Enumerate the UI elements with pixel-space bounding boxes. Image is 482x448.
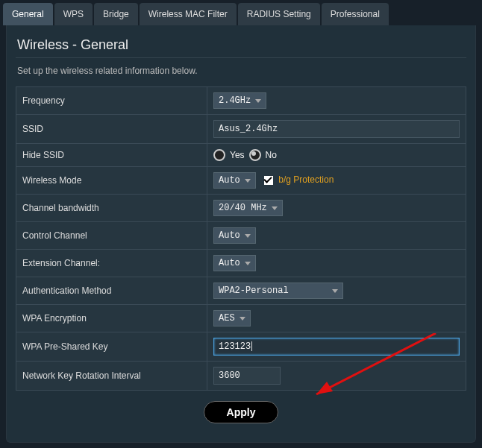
settings-panel: Wireless - General Set up the wireless r… <box>6 25 476 443</box>
tab-mac-filter[interactable]: Wireless MAC Filter <box>140 3 237 25</box>
chevron-down-icon <box>245 262 251 265</box>
input-ssid[interactable] <box>213 120 460 138</box>
tab-general[interactable]: General <box>3 3 53 25</box>
settings-table: Frequency 2.4GHz SSID Hide SSID Yes <box>16 86 466 391</box>
label-ssid: SSID <box>16 115 207 144</box>
label-channel-bw: Channel bandwidth <box>16 195 207 222</box>
select-auth-method-value: WPA2-Personal <box>219 285 289 296</box>
divider <box>16 57 466 58</box>
label-bg-protection: b/g Protection <box>278 174 334 185</box>
select-wireless-mode-value: Auto <box>219 175 240 186</box>
checkbox-bg-protection[interactable] <box>264 176 273 185</box>
radio-hide-ssid-no[interactable] <box>249 149 261 161</box>
label-key-rotation: Network Key Rotation Interval <box>16 362 207 391</box>
select-control-channel-value: Auto <box>219 230 240 241</box>
radio-label-yes: Yes <box>230 150 245 160</box>
tab-bar: General WPS Bridge Wireless MAC Filter R… <box>0 0 482 25</box>
page-title: Wireless - General <box>17 37 466 53</box>
page-description: Set up the wireless related information … <box>17 66 466 76</box>
select-wpa-encryption-value: AES <box>219 313 235 324</box>
chevron-down-icon <box>245 179 251 183</box>
chevron-down-icon <box>240 317 245 321</box>
tab-professional[interactable]: Professional <box>322 3 389 25</box>
chevron-down-icon <box>272 206 278 210</box>
chevron-down-icon <box>332 289 338 293</box>
select-frequency-value: 2.4GHz <box>219 95 251 106</box>
label-wpa-psk: WPA Pre-Shared Key <box>16 332 207 362</box>
label-wpa-encryption: WPA Encryption <box>16 305 207 332</box>
label-control-channel: Control Channel <box>16 222 207 250</box>
radio-label-no: No <box>266 150 277 160</box>
label-extension-channel: Extension Channel: <box>16 250 207 277</box>
tab-radius[interactable]: RADIUS Setting <box>238 3 320 25</box>
tab-bridge[interactable]: Bridge <box>94 3 138 25</box>
text-cursor <box>251 341 252 351</box>
radio-hide-ssid-yes[interactable] <box>213 149 225 161</box>
label-hide-ssid: Hide SSID <box>16 144 207 167</box>
label-frequency: Frequency <box>16 87 207 115</box>
input-key-rotation[interactable] <box>213 367 281 385</box>
select-channel-bw[interactable]: 20/40 MHz <box>213 200 283 216</box>
select-extension-channel[interactable]: Auto <box>213 255 256 271</box>
select-auth-method[interactable]: WPA2-Personal <box>213 283 343 299</box>
label-auth-method: Authentication Method <box>16 277 207 305</box>
apply-button[interactable]: Apply <box>204 401 279 423</box>
select-frequency[interactable]: 2.4GHz <box>213 92 266 109</box>
chevron-down-icon <box>245 234 251 238</box>
label-wireless-mode: Wireless Mode <box>16 167 207 195</box>
select-wireless-mode[interactable]: Auto <box>213 172 256 189</box>
select-wpa-encryption[interactable]: AES <box>213 310 251 326</box>
chevron-down-icon <box>255 99 261 103</box>
select-channel-bw-value: 20/40 MHz <box>219 203 267 213</box>
input-wpa-psk-value: 123123 <box>219 341 251 352</box>
input-wpa-psk[interactable]: 123123 <box>213 338 460 356</box>
select-extension-channel-value: Auto <box>219 258 240 268</box>
tab-wps[interactable]: WPS <box>54 3 93 25</box>
select-control-channel[interactable]: Auto <box>213 227 256 244</box>
